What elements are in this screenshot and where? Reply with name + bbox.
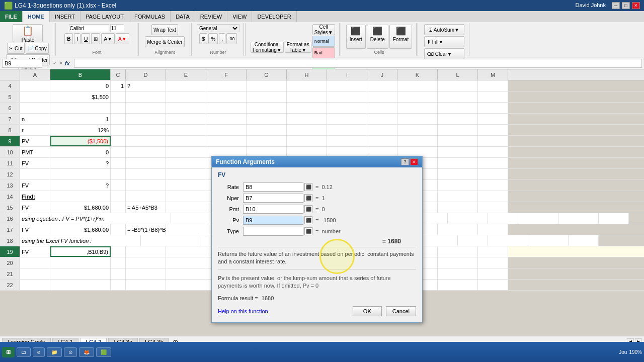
function-arguments-dialog[interactable]: Function Arguments ? ✕ FV Rate ⬛ = 0.12 …: [211, 156, 423, 323]
font-color-button[interactable]: A▼: [116, 33, 129, 44]
cell-I8[interactable]: [327, 125, 367, 135]
dialog-nper-input[interactable]: [243, 194, 303, 203]
cell-E10[interactable]: [166, 147, 206, 157]
cell-D13[interactable]: [126, 180, 166, 191]
cell-C14[interactable]: [111, 191, 126, 202]
cell-C11[interactable]: [111, 158, 126, 168]
cell-J18[interactable]: [458, 235, 488, 246]
cell-L9[interactable]: [438, 136, 478, 146]
cell-K5[interactable]: [397, 92, 438, 102]
tab-page-layout[interactable]: PAGE LAYOUT: [80, 11, 129, 22]
cell-D9[interactable]: [126, 136, 166, 146]
cell-M9[interactable]: [478, 136, 508, 146]
cell-D7[interactable]: [126, 114, 166, 124]
cell-K9[interactable]: [397, 136, 438, 146]
cell-B6[interactable]: [50, 103, 111, 113]
maximize-button[interactable]: □: [622, 2, 630, 9]
border-button[interactable]: ⊞: [91, 33, 100, 44]
cell-B13[interactable]: ?: [50, 180, 111, 191]
col-header-A[interactable]: A: [20, 69, 50, 80]
cell-A5[interactable]: [20, 92, 50, 102]
minimize-button[interactable]: ─: [612, 2, 620, 9]
cell-E12[interactable]: [166, 169, 206, 179]
cell-A12[interactable]: [20, 169, 50, 179]
col-header-G[interactable]: G: [247, 69, 287, 80]
cell-D8[interactable]: [126, 125, 166, 135]
cell-F8[interactable]: [206, 125, 247, 135]
cell-G8[interactable]: [247, 125, 287, 135]
font-name-input[interactable]: [69, 24, 109, 32]
dialog-cancel-button[interactable]: Cancel: [386, 306, 416, 316]
col-header-L[interactable]: L: [438, 69, 478, 80]
cell-M16[interactable]: [599, 213, 629, 224]
cell-I4[interactable]: [327, 80, 367, 91]
cell-E22[interactable]: [166, 280, 206, 290]
cell-L20[interactable]: [438, 257, 478, 268]
cell-M13[interactable]: [478, 180, 508, 191]
cell-B11[interactable]: ?: [50, 158, 111, 168]
col-header-M[interactable]: M: [478, 69, 508, 80]
cell-L4[interactable]: [438, 80, 478, 91]
cell-H6[interactable]: [287, 103, 327, 113]
cell-M17[interactable]: [478, 224, 508, 235]
cell-L7[interactable]: [438, 114, 478, 124]
cell-G4[interactable]: [247, 80, 287, 91]
insert-button[interactable]: ⬛Insert: [346, 25, 366, 49]
cell-D12[interactable]: [126, 169, 166, 179]
cell-E13[interactable]: [166, 180, 206, 191]
cell-B5[interactable]: $1,500: [50, 92, 111, 102]
cell-E5[interactable]: [166, 92, 206, 102]
formula-check-icon[interactable]: ✓: [53, 60, 57, 66]
cell-B9[interactable]: ($1,500): [50, 136, 111, 146]
comma-button[interactable]: ,: [219, 33, 225, 44]
fill-button[interactable]: ⬇ Fill▼: [424, 36, 464, 47]
cell-D15[interactable]: = A5+A5*B3: [126, 202, 166, 213]
cell-D17[interactable]: = -B9*(1+B8)^B7: [126, 224, 166, 235]
cell-J9[interactable]: [367, 136, 397, 146]
cell-E7[interactable]: [166, 114, 206, 124]
cell-K8[interactable]: [397, 125, 438, 135]
col-header-F[interactable]: F: [206, 69, 247, 80]
cell-M12[interactable]: [478, 169, 508, 179]
cell-H8[interactable]: [287, 125, 327, 135]
wrap-text-button[interactable]: Wrap Text: [151, 24, 178, 35]
cell-A21[interactable]: [20, 268, 50, 279]
cell-B4[interactable]: 0: [50, 80, 111, 91]
tab-view[interactable]: VIEW: [227, 11, 252, 22]
cell-K16[interactable]: [518, 213, 558, 224]
cell-J16[interactable]: [488, 213, 518, 224]
normal-style[interactable]: Normal: [312, 36, 335, 47]
cell-B10[interactable]: 0: [50, 147, 111, 157]
cell-D10[interactable]: [126, 147, 166, 157]
cell-F7[interactable]: [206, 114, 247, 124]
taskbar-chrome[interactable]: ⊙: [64, 347, 77, 357]
autosum-button[interactable]: Σ AutoSum▼: [424, 24, 464, 35]
cell-J6[interactable]: [367, 103, 397, 113]
cell-A6[interactable]: [20, 103, 50, 113]
cell-B14[interactable]: [50, 191, 111, 202]
cell-A11[interactable]: FV: [20, 158, 50, 168]
cell-J8[interactable]: [367, 125, 397, 135]
cell-L15[interactable]: [438, 202, 478, 213]
cell-A20[interactable]: [20, 257, 50, 268]
cell-L12[interactable]: [438, 169, 478, 179]
cell-B18[interactable]: [141, 235, 201, 246]
col-header-B[interactable]: B: [50, 69, 111, 80]
cell-M6[interactable]: [478, 103, 508, 113]
taskbar-excel[interactable]: 🟩: [96, 347, 111, 357]
delete-button[interactable]: ⬛Delete: [367, 25, 388, 49]
dialog-pmt-collapse[interactable]: ⬛: [304, 205, 312, 213]
taskbar-ie[interactable]: e: [33, 347, 45, 357]
cell-C8[interactable]: [111, 125, 126, 135]
dialog-help-link[interactable]: Help on this function: [218, 308, 268, 314]
dialog-pv-collapse[interactable]: ⬛: [304, 216, 312, 224]
cell-E6[interactable]: [166, 103, 206, 113]
cell-B12[interactable]: [50, 169, 111, 179]
font-size-input[interactable]: [110, 24, 124, 32]
cell-B20[interactable]: [50, 257, 111, 268]
cut-button[interactable]: ✂ Cut: [7, 43, 24, 54]
cell-L6[interactable]: [438, 103, 478, 113]
cell-A14[interactable]: Find:: [20, 191, 50, 202]
cell-styles-button[interactable]: CellStyles▼: [312, 24, 335, 35]
dialog-type-collapse[interactable]: ⬛: [304, 227, 312, 235]
